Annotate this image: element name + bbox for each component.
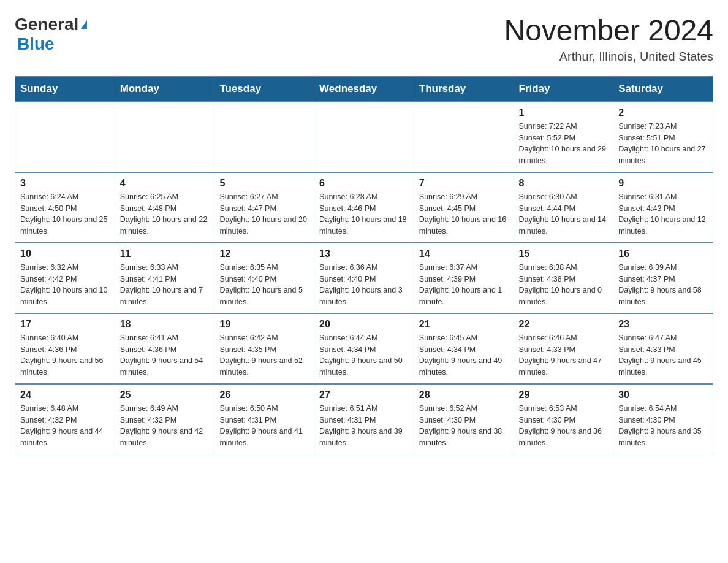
calendar-cell: 12Sunrise: 6:35 AM Sunset: 4:40 PM Dayli… xyxy=(214,243,314,313)
day-info: Sunrise: 6:49 AM Sunset: 4:32 PM Dayligh… xyxy=(120,403,210,449)
calendar-cell: 21Sunrise: 6:45 AM Sunset: 4:34 PM Dayli… xyxy=(414,313,514,384)
day-info: Sunrise: 6:41 AM Sunset: 4:36 PM Dayligh… xyxy=(120,332,210,378)
calendar-cell: 26Sunrise: 6:50 AM Sunset: 4:31 PM Dayli… xyxy=(214,384,314,454)
day-number: 8 xyxy=(519,178,609,189)
day-number: 24 xyxy=(20,389,110,400)
calendar-cell: 3Sunrise: 6:24 AM Sunset: 4:50 PM Daylig… xyxy=(15,172,115,243)
day-info: Sunrise: 6:31 AM Sunset: 4:43 PM Dayligh… xyxy=(618,191,708,237)
day-number: 10 xyxy=(20,248,110,259)
day-info: Sunrise: 6:25 AM Sunset: 4:48 PM Dayligh… xyxy=(120,191,210,237)
day-info: Sunrise: 6:40 AM Sunset: 4:36 PM Dayligh… xyxy=(20,332,110,378)
day-number: 27 xyxy=(319,389,409,400)
calendar-cell: 7Sunrise: 6:29 AM Sunset: 4:45 PM Daylig… xyxy=(414,172,514,243)
page-header: General Blue November 2024 Arthur, Illin… xyxy=(15,15,713,64)
calendar-cell: 24Sunrise: 6:48 AM Sunset: 4:32 PM Dayli… xyxy=(15,384,115,454)
day-number: 18 xyxy=(120,319,210,330)
day-number: 19 xyxy=(219,319,309,330)
calendar-cell: 27Sunrise: 6:51 AM Sunset: 4:31 PM Dayli… xyxy=(314,384,414,454)
day-number: 20 xyxy=(319,319,409,330)
calendar-cell xyxy=(314,102,414,172)
calendar-cell: 9Sunrise: 6:31 AM Sunset: 4:43 PM Daylig… xyxy=(613,172,713,243)
week-row-2: 3Sunrise: 6:24 AM Sunset: 4:50 PM Daylig… xyxy=(15,172,713,243)
day-info: Sunrise: 6:27 AM Sunset: 4:47 PM Dayligh… xyxy=(219,191,309,237)
calendar-cell xyxy=(414,102,514,172)
day-info: Sunrise: 6:38 AM Sunset: 4:38 PM Dayligh… xyxy=(519,262,609,308)
calendar-cell: 14Sunrise: 6:37 AM Sunset: 4:39 PM Dayli… xyxy=(414,243,514,313)
month-title: November 2024 xyxy=(504,15,713,47)
day-info: Sunrise: 6:50 AM Sunset: 4:31 PM Dayligh… xyxy=(219,403,309,449)
day-info: Sunrise: 6:45 AM Sunset: 4:34 PM Dayligh… xyxy=(419,332,509,378)
day-info: Sunrise: 6:35 AM Sunset: 4:40 PM Dayligh… xyxy=(219,262,309,308)
calendar-cell: 10Sunrise: 6:32 AM Sunset: 4:42 PM Dayli… xyxy=(15,243,115,313)
day-number: 28 xyxy=(419,389,509,400)
day-info: Sunrise: 6:54 AM Sunset: 4:30 PM Dayligh… xyxy=(618,403,708,449)
day-number: 4 xyxy=(120,178,210,189)
week-row-1: 1Sunrise: 7:22 AM Sunset: 5:52 PM Daylig… xyxy=(15,102,713,172)
logo-general-text: General xyxy=(15,15,78,34)
day-number: 17 xyxy=(20,319,110,330)
day-number: 22 xyxy=(519,319,609,330)
calendar-cell: 4Sunrise: 6:25 AM Sunset: 4:48 PM Daylig… xyxy=(115,172,214,243)
calendar-cell: 8Sunrise: 6:30 AM Sunset: 4:44 PM Daylig… xyxy=(514,172,613,243)
calendar-cell: 13Sunrise: 6:36 AM Sunset: 4:40 PM Dayli… xyxy=(314,243,414,313)
day-info: Sunrise: 6:29 AM Sunset: 4:45 PM Dayligh… xyxy=(419,191,509,237)
day-info: Sunrise: 6:44 AM Sunset: 4:34 PM Dayligh… xyxy=(319,332,409,378)
calendar-cell: 17Sunrise: 6:40 AM Sunset: 4:36 PM Dayli… xyxy=(15,313,115,384)
calendar-cell: 16Sunrise: 6:39 AM Sunset: 4:37 PM Dayli… xyxy=(613,243,713,313)
calendar-cell: 28Sunrise: 6:52 AM Sunset: 4:30 PM Dayli… xyxy=(414,384,514,454)
calendar-cell: 1Sunrise: 7:22 AM Sunset: 5:52 PM Daylig… xyxy=(514,102,613,172)
calendar-cell: 30Sunrise: 6:54 AM Sunset: 4:30 PM Dayli… xyxy=(613,384,713,454)
calendar-cell xyxy=(115,102,214,172)
day-info: Sunrise: 6:24 AM Sunset: 4:50 PM Dayligh… xyxy=(20,191,110,237)
calendar-header-wednesday: Wednesday xyxy=(314,76,414,102)
calendar-header-monday: Monday xyxy=(115,76,214,102)
day-info: Sunrise: 6:48 AM Sunset: 4:32 PM Dayligh… xyxy=(20,403,110,449)
logo-triangle-icon xyxy=(81,20,87,29)
calendar-header-row: SundayMondayTuesdayWednesdayThursdayFrid… xyxy=(15,76,713,102)
calendar-cell: 5Sunrise: 6:27 AM Sunset: 4:47 PM Daylig… xyxy=(214,172,314,243)
location-text: Arthur, Illinois, United States xyxy=(504,50,713,64)
calendar-cell: 18Sunrise: 6:41 AM Sunset: 4:36 PM Dayli… xyxy=(115,313,214,384)
day-number: 9 xyxy=(618,178,708,189)
calendar-cell: 6Sunrise: 6:28 AM Sunset: 4:46 PM Daylig… xyxy=(314,172,414,243)
day-number: 25 xyxy=(120,389,210,400)
calendar-cell: 29Sunrise: 6:53 AM Sunset: 4:30 PM Dayli… xyxy=(514,384,613,454)
day-number: 14 xyxy=(419,248,509,259)
day-number: 12 xyxy=(219,248,309,259)
calendar-table: SundayMondayTuesdayWednesdayThursdayFrid… xyxy=(15,76,713,454)
calendar-header-saturday: Saturday xyxy=(613,76,713,102)
calendar-header-friday: Friday xyxy=(514,76,613,102)
day-number: 2 xyxy=(618,107,708,118)
calendar-cell: 20Sunrise: 6:44 AM Sunset: 4:34 PM Dayli… xyxy=(314,313,414,384)
day-number: 7 xyxy=(419,178,509,189)
day-info: Sunrise: 6:33 AM Sunset: 4:41 PM Dayligh… xyxy=(120,262,210,308)
day-number: 1 xyxy=(519,107,609,118)
day-info: Sunrise: 6:52 AM Sunset: 4:30 PM Dayligh… xyxy=(419,403,509,449)
calendar-cell: 19Sunrise: 6:42 AM Sunset: 4:35 PM Dayli… xyxy=(214,313,314,384)
calendar-header-sunday: Sunday xyxy=(15,76,115,102)
week-row-5: 24Sunrise: 6:48 AM Sunset: 4:32 PM Dayli… xyxy=(15,384,713,454)
calendar-cell xyxy=(15,102,115,172)
day-number: 6 xyxy=(319,178,409,189)
day-info: Sunrise: 6:39 AM Sunset: 4:37 PM Dayligh… xyxy=(618,262,708,308)
week-row-3: 10Sunrise: 6:32 AM Sunset: 4:42 PM Dayli… xyxy=(15,243,713,313)
day-number: 11 xyxy=(120,248,210,259)
day-info: Sunrise: 6:32 AM Sunset: 4:42 PM Dayligh… xyxy=(20,262,110,308)
day-info: Sunrise: 7:22 AM Sunset: 5:52 PM Dayligh… xyxy=(519,121,609,167)
day-number: 26 xyxy=(219,389,309,400)
day-info: Sunrise: 6:51 AM Sunset: 4:31 PM Dayligh… xyxy=(319,403,409,449)
day-number: 15 xyxy=(519,248,609,259)
day-number: 21 xyxy=(419,319,509,330)
title-block: November 2024 Arthur, Illinois, United S… xyxy=(504,15,713,64)
day-number: 3 xyxy=(20,178,110,189)
calendar-cell: 11Sunrise: 6:33 AM Sunset: 4:41 PM Dayli… xyxy=(115,243,214,313)
day-info: Sunrise: 6:47 AM Sunset: 4:33 PM Dayligh… xyxy=(618,332,708,378)
day-number: 23 xyxy=(618,319,708,330)
day-number: 5 xyxy=(219,178,309,189)
day-info: Sunrise: 6:53 AM Sunset: 4:30 PM Dayligh… xyxy=(519,403,609,449)
logo-blue-text: Blue xyxy=(17,34,55,54)
day-number: 13 xyxy=(319,248,409,259)
day-info: Sunrise: 6:42 AM Sunset: 4:35 PM Dayligh… xyxy=(219,332,309,378)
calendar-cell: 2Sunrise: 7:23 AM Sunset: 5:51 PM Daylig… xyxy=(613,102,713,172)
day-info: Sunrise: 6:37 AM Sunset: 4:39 PM Dayligh… xyxy=(419,262,509,308)
